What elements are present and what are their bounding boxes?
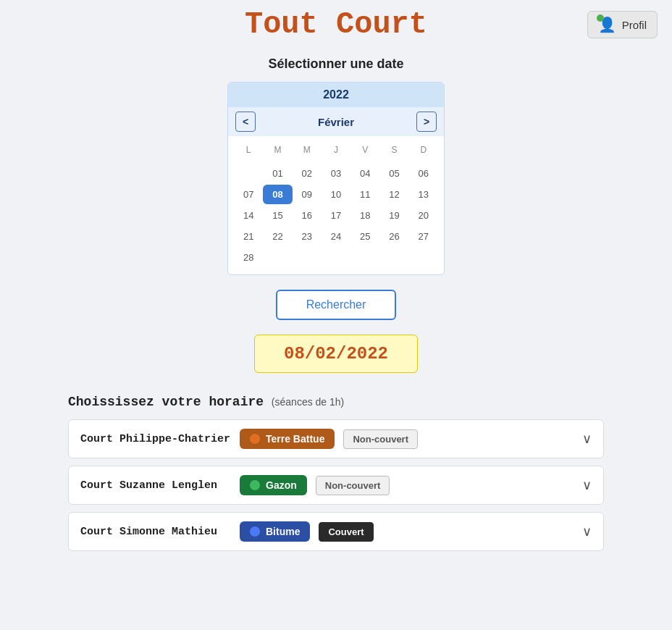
calendar-day[interactable]: 16 xyxy=(293,206,322,225)
selected-date-display: 08/02/2022 xyxy=(254,335,418,373)
surface-badge: Terre Battue xyxy=(240,429,335,449)
calendar-row: 14151617181920 xyxy=(234,206,438,225)
chevron-down-icon: ∨ xyxy=(582,477,592,493)
calendar-day-empty xyxy=(322,248,350,267)
calendar-row: 28 xyxy=(234,248,438,267)
main-content: Sélectionner une date 2022 < Février > L… xyxy=(0,49,672,566)
cover-badge: Non-couvert xyxy=(343,429,418,449)
calendar-day[interactable]: 02 xyxy=(293,164,322,183)
calendar-day[interactable]: 13 xyxy=(409,185,438,204)
surface-label: Bitume xyxy=(266,526,300,537)
calendar-day[interactable]: 03 xyxy=(322,164,350,183)
surface-label: Gazon xyxy=(266,479,297,491)
court-name: Court Simonne Mathieu xyxy=(80,526,240,538)
calendar-day-empty xyxy=(263,248,292,267)
surface-badge: Bitume xyxy=(240,521,310,542)
calendar-day[interactable]: 22 xyxy=(263,227,292,246)
calendar-day[interactable]: 07 xyxy=(234,185,263,204)
surface-dot xyxy=(250,480,260,490)
header: Tout Court 👤 Profil xyxy=(0,0,672,49)
day-header-j: J xyxy=(322,142,350,158)
title-court: Court xyxy=(336,7,427,42)
calendar-month-name: Février xyxy=(318,116,354,128)
calendar-day-empty xyxy=(293,248,322,267)
courts-heading: Choississez votre horaire (séances de 1h… xyxy=(68,395,604,409)
calendar-day[interactable]: 11 xyxy=(350,185,379,204)
profile-icon-wrap: 👤 xyxy=(598,16,616,33)
profile-button[interactable]: 👤 Profil xyxy=(587,11,658,38)
cover-badge: Non-couvert xyxy=(316,476,390,495)
day-header-d: D xyxy=(409,142,438,158)
calendar-days-header: L M M J V S D xyxy=(234,139,438,161)
calendar-day[interactable]: 04 xyxy=(350,164,379,183)
calendar-day[interactable]: 17 xyxy=(322,206,350,225)
day-header-m2: M xyxy=(293,142,322,158)
calendar-day[interactable]: 06 xyxy=(409,164,438,183)
court-name: Court Philippe-Chatrier xyxy=(80,433,240,445)
title-tout: Tout xyxy=(245,7,318,42)
calendar-day-empty xyxy=(350,248,379,267)
calendar-day[interactable]: 28 xyxy=(234,248,263,267)
courts-section: Choississez votre horaire (séances de 1h… xyxy=(68,395,604,558)
calendar-day[interactable]: 08 xyxy=(263,185,292,204)
calendar-day[interactable]: 19 xyxy=(379,206,408,225)
calendar-rows-container: 0102030405060708091011121314151617181920… xyxy=(234,164,438,267)
calendar-day[interactable]: 27 xyxy=(409,227,438,246)
courts-sub-heading: (séances de 1h) xyxy=(272,396,344,408)
chevron-down-icon: ∨ xyxy=(582,524,592,539)
chevron-down-icon: ∨ xyxy=(582,431,592,447)
prev-month-button[interactable]: < xyxy=(235,112,256,132)
surface-dot xyxy=(250,434,260,444)
calendar-row: 07080910111213 xyxy=(234,185,438,204)
app-title: Tout Court xyxy=(245,7,427,42)
court-item[interactable]: Court Suzanne Lenglen Gazon Non-couvert … xyxy=(68,466,604,505)
day-header-v: V xyxy=(350,142,379,158)
calendar-day[interactable]: 14 xyxy=(234,206,263,225)
calendar-year: 2022 xyxy=(228,83,444,107)
calendar-row: 010203040506 xyxy=(234,164,438,183)
court-item[interactable]: Court Simonne Mathieu Bitume Couvert ∨ xyxy=(68,512,604,551)
calendar-day[interactable]: 15 xyxy=(263,206,292,225)
calendar-day-empty xyxy=(234,164,263,183)
day-header-s: S xyxy=(379,142,408,158)
calendar-day-empty xyxy=(379,248,408,267)
search-button[interactable]: Rechercher xyxy=(276,290,397,320)
calendar-day[interactable]: 01 xyxy=(263,164,292,183)
day-header-l: L xyxy=(234,142,263,158)
calendar-day-empty xyxy=(409,248,438,267)
next-month-button[interactable]: > xyxy=(416,112,437,132)
surface-badge: Gazon xyxy=(240,475,307,495)
calendar-day[interactable]: 10 xyxy=(322,185,350,204)
day-header-m1: M xyxy=(263,142,292,158)
courts-heading-text: Choississez votre horaire xyxy=(68,395,264,409)
profile-label: Profil xyxy=(622,19,647,31)
calendar-day[interactable]: 21 xyxy=(234,227,263,246)
court-item[interactable]: Court Philippe-Chatrier Terre Battue Non… xyxy=(68,419,604,458)
calendar: 2022 < Février > L M M J V S D 010203040… xyxy=(227,82,445,275)
calendar-day[interactable]: 09 xyxy=(293,185,322,204)
calendar-day[interactable]: 12 xyxy=(379,185,408,204)
online-dot xyxy=(597,14,604,22)
court-name: Court Suzanne Lenglen xyxy=(80,479,240,492)
calendar-section-title: Sélectionner une date xyxy=(268,56,403,72)
cover-badge: Couvert xyxy=(319,522,373,542)
calendar-day[interactable]: 20 xyxy=(409,206,438,225)
calendar-day[interactable]: 25 xyxy=(350,227,379,246)
calendar-grid: L M M J V S D 01020304050607080910111213… xyxy=(228,136,444,274)
calendar-row: 21222324252627 xyxy=(234,227,438,246)
calendar-month-row: < Février > xyxy=(228,107,444,136)
calendar-day[interactable]: 23 xyxy=(293,227,322,246)
courts-list: Court Philippe-Chatrier Terre Battue Non… xyxy=(68,419,604,551)
calendar-day[interactable]: 24 xyxy=(322,227,350,246)
surface-dot xyxy=(250,526,260,537)
calendar-day[interactable]: 18 xyxy=(350,206,379,225)
surface-label: Terre Battue xyxy=(266,433,324,445)
calendar-day[interactable]: 05 xyxy=(379,164,408,183)
calendar-day[interactable]: 26 xyxy=(379,227,408,246)
